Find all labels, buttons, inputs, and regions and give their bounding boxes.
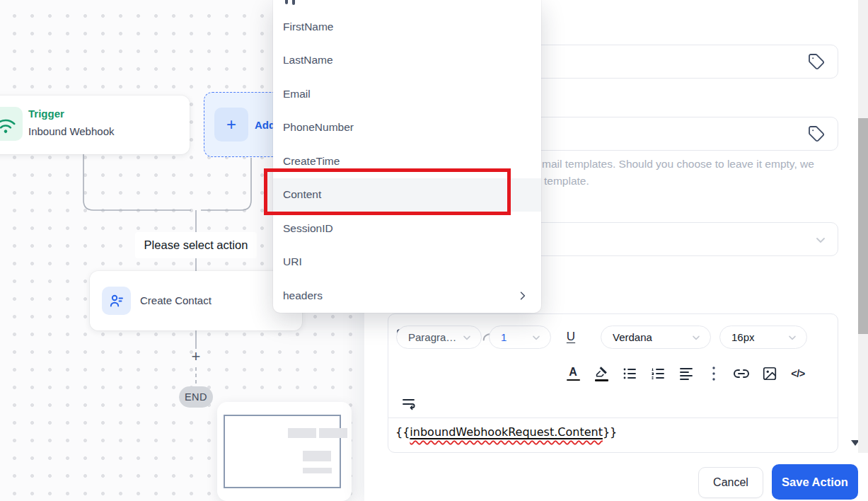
contact-icon: [102, 287, 131, 315]
chevron-down-icon: [531, 332, 542, 343]
trigger-node-title: Trigger: [28, 108, 64, 120]
highlight-color-button[interactable]: [587, 359, 615, 388]
merge-tag-variable[interactable]: inboundWebhookRequest.Content: [410, 425, 603, 439]
dropdown-item-sessionid[interactable]: SessionID: [273, 212, 541, 246]
text-color-button[interactable]: A: [559, 359, 587, 388]
save-action-button[interactable]: Save Action: [772, 464, 858, 500]
workflow-builder-screen: Trigger Inbound Webhook + Add Please sel…: [0, 0, 868, 501]
editor-toolbar: B I U Verdana 16px: [388, 314, 838, 418]
help-text-line1: mail templates. Should you choose to lea…: [542, 156, 814, 172]
align-left-icon: [679, 367, 693, 380]
dropdown-item-headers[interactable]: headers: [273, 279, 541, 313]
create-contact-node[interactable]: Create Contact: [90, 271, 302, 330]
minimap-block: [319, 428, 347, 438]
list-level-select[interactable]: 1: [489, 326, 551, 349]
cancel-button[interactable]: Cancel: [698, 467, 763, 498]
wrap-text-icon: [402, 396, 416, 410]
link-icon: [733, 365, 750, 382]
insert-link-button[interactable]: [727, 359, 756, 388]
plus-icon: +: [214, 108, 248, 142]
merge-tag-text: {{inboundWebhookRequest.Content}}: [395, 425, 617, 439]
chevron-down-icon: [461, 332, 473, 343]
paragraph-style-select[interactable]: Paragra…: [396, 326, 482, 349]
bullet-list-icon: [623, 367, 637, 381]
scrollbar-thumb[interactable]: [858, 118, 868, 334]
add-button-label: Add: [255, 119, 275, 131]
highlighter-icon: [595, 366, 608, 378]
end-badge: END: [179, 386, 213, 408]
font-family-select[interactable]: Verdana: [601, 326, 711, 349]
trigger-node[interactable]: Trigger Inbound Webhook: [0, 96, 190, 154]
chevron-right-icon: [517, 290, 528, 301]
numbered-list-icon: [651, 367, 665, 381]
clipped-item-remnant: [292, 0, 295, 5]
color-bar: [567, 379, 580, 381]
text-wrap-button[interactable]: [395, 389, 423, 418]
image-icon: [762, 366, 777, 381]
minimap-preview-card[interactable]: [217, 402, 352, 501]
editor-content[interactable]: {{inboundWebhookRequest.Content}}: [388, 418, 838, 454]
help-text-line2: template.: [544, 173, 589, 189]
more-options-icon: [712, 366, 716, 381]
action-prompt-label: Please select action: [135, 232, 257, 258]
chevron-down-icon: [690, 332, 702, 343]
minimap-block: [303, 451, 331, 461]
annotation-highlight-box: [264, 168, 511, 215]
dropdown-item-lastname[interactable]: LastName: [273, 44, 541, 78]
dropdown-item-uri[interactable]: URI: [273, 246, 541, 280]
bullet-list-button[interactable]: [615, 359, 644, 388]
minimap-block: [303, 468, 332, 473]
minimap-block: [288, 428, 316, 438]
trigger-node-subtitle: Inbound Webhook: [28, 125, 115, 137]
create-contact-label: Create Contact: [140, 294, 212, 306]
code-view-button[interactable]: </>: [784, 359, 812, 388]
tag-icon[interactable]: [808, 125, 825, 142]
chevron-down-icon: [787, 332, 798, 343]
more-options-button[interactable]: [700, 359, 727, 388]
font-size-select[interactable]: 16px: [719, 326, 807, 349]
insert-image-button[interactable]: [756, 359, 784, 388]
tag-icon[interactable]: [808, 53, 825, 70]
insert-step-plus[interactable]: +: [187, 349, 204, 364]
dropdown-item-firstname[interactable]: FirstName: [273, 10, 541, 44]
rich-text-editor: B I U Verdana 16px: [388, 313, 838, 453]
align-button[interactable]: [672, 359, 700, 388]
webhook-fields-dropdown: FirstName LastName Email PhoneNumber Cre…: [273, 0, 541, 313]
numbered-list-button[interactable]: [644, 359, 672, 388]
highlight-bar: [595, 379, 608, 381]
underline-button[interactable]: U: [557, 323, 584, 351]
dropdown-item-phonenumber[interactable]: PhoneNumber: [273, 111, 541, 145]
chevron-down-icon: [814, 233, 828, 247]
webhook-icon: [0, 107, 23, 141]
clipped-item-remnant: [285, 0, 288, 4]
dropdown-item-email[interactable]: Email: [273, 77, 541, 111]
